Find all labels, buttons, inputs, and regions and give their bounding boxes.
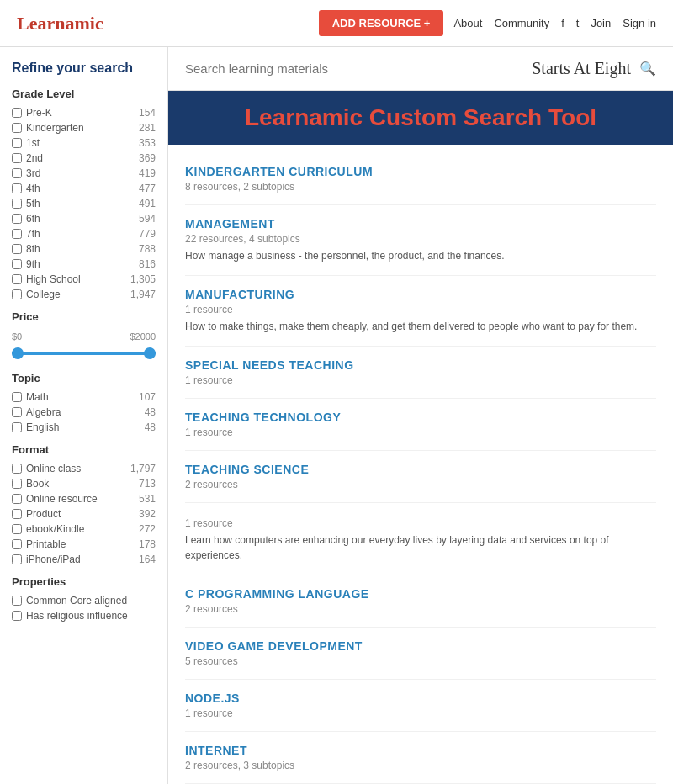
topic-result-meta: 1 resource bbox=[185, 304, 656, 315]
topic-result-title[interactable]: MANUFACTURING bbox=[185, 288, 656, 301]
grade-level-label[interactable]: 6th bbox=[12, 213, 40, 225]
add-resource-button[interactable]: ADD RESOURCE + bbox=[319, 10, 444, 36]
property-label[interactable]: Has religious influence bbox=[12, 610, 128, 622]
topic-result-item: INTERNET2 resources, 3 subtopics bbox=[185, 732, 656, 784]
main-content: Starts At Eight 🔍 Learnamic Custom Searc… bbox=[168, 47, 673, 784]
format-label[interactable]: Printable bbox=[12, 538, 66, 550]
format-checkbox[interactable] bbox=[12, 494, 22, 504]
format-label[interactable]: Online resource bbox=[12, 493, 98, 505]
slider-handle-right[interactable] bbox=[144, 347, 156, 359]
grade-level-item: 9th 816 bbox=[12, 258, 156, 270]
grade-level-checkbox[interactable] bbox=[12, 214, 22, 224]
grade-level-count: 1,947 bbox=[130, 289, 156, 300]
grade-level-checkbox[interactable] bbox=[12, 229, 22, 239]
grade-level-checkbox[interactable] bbox=[12, 138, 22, 148]
property-label[interactable]: Common Core aligned bbox=[12, 595, 127, 607]
topic-result-title[interactable]: MANAGEMENT bbox=[185, 217, 656, 230]
grade-level-label[interactable]: 4th bbox=[12, 183, 40, 194]
topic-checkbox[interactable] bbox=[12, 392, 22, 402]
search-brand: Starts At Eight bbox=[532, 59, 631, 78]
topic-result-title[interactable]: VIDEO GAME DEVELOPMENT bbox=[185, 639, 656, 653]
topic-result-item: VIDEO GAME DEVELOPMENT5 resources bbox=[185, 628, 656, 680]
grade-level-checkbox[interactable] bbox=[12, 244, 22, 254]
topic-checkbox[interactable] bbox=[12, 422, 22, 432]
join-link[interactable]: Join bbox=[591, 17, 611, 29]
topic-result-title[interactable]: C PROGRAMMING LANGUAGE bbox=[185, 587, 656, 601]
topic-result-meta: 2 resources bbox=[185, 603, 656, 615]
format-label[interactable]: iPhone/iPad bbox=[12, 554, 81, 565]
facebook-link[interactable]: f bbox=[561, 17, 564, 29]
property-checkbox[interactable] bbox=[12, 596, 22, 606]
search-input[interactable] bbox=[185, 61, 532, 76]
grade-level-label[interactable]: Kindergarten bbox=[12, 122, 84, 134]
topic-result-title[interactable]: TEACHING SCIENCE bbox=[185, 463, 656, 476]
grade-level-label[interactable]: Pre-K bbox=[12, 107, 52, 119]
about-link[interactable]: About bbox=[453, 17, 482, 29]
grade-level-checkbox[interactable] bbox=[12, 123, 22, 133]
layout: Refine your search Grade Level Pre-K 154… bbox=[0, 47, 673, 784]
topic-result-title[interactable]: KINDERGARTEN CURRICULUM bbox=[185, 165, 656, 178]
grade-level-checkbox[interactable] bbox=[12, 274, 22, 284]
format-label[interactable]: Book bbox=[12, 478, 49, 490]
format-checkbox[interactable] bbox=[12, 479, 22, 489]
property-checkbox[interactable] bbox=[12, 611, 22, 621]
format-label[interactable]: Online class bbox=[12, 463, 81, 474]
topic-label[interactable]: English bbox=[12, 421, 59, 433]
format-label[interactable]: Product bbox=[12, 508, 61, 520]
community-link[interactable]: Community bbox=[494, 17, 549, 29]
signin-link[interactable]: Sign in bbox=[623, 17, 656, 29]
grade-level-label[interactable]: 8th bbox=[12, 243, 40, 255]
grade-level-checkbox[interactable] bbox=[12, 259, 22, 269]
topic-item: Algebra 48 bbox=[12, 406, 156, 418]
topic-result-item: 1 resourceLearn how computers are enhanc… bbox=[185, 503, 656, 575]
grade-level-label[interactable]: 9th bbox=[12, 258, 40, 270]
slider-handle-left[interactable] bbox=[12, 347, 24, 359]
grade-level-checkbox[interactable] bbox=[12, 289, 22, 299]
search-icon[interactable]: 🔍 bbox=[639, 61, 656, 77]
topic-count: 48 bbox=[145, 406, 156, 418]
grade-level-label[interactable]: 1st bbox=[12, 137, 40, 149]
topic-result-title[interactable]: TEACHING TECHNOLOGY bbox=[185, 411, 656, 424]
grade-level-checkbox[interactable] bbox=[12, 168, 22, 178]
format-checkbox[interactable] bbox=[12, 509, 22, 519]
topic-checkbox[interactable] bbox=[12, 407, 22, 417]
format-name: iPhone/iPad bbox=[26, 554, 81, 565]
topic-label[interactable]: Math bbox=[12, 391, 49, 403]
price-slider[interactable] bbox=[12, 345, 156, 362]
grade-level-label[interactable]: College bbox=[12, 289, 61, 300]
format-label[interactable]: ebook/Kindle bbox=[12, 523, 84, 535]
format-name: Product bbox=[26, 508, 61, 520]
grade-level-item: 6th 594 bbox=[12, 213, 156, 225]
twitter-link[interactable]: t bbox=[576, 17, 580, 29]
topic-list: Math 107 Algebra 48 English 48 bbox=[12, 391, 156, 433]
grade-level-name: 7th bbox=[26, 228, 40, 240]
grade-level-label[interactable]: 2nd bbox=[12, 152, 43, 164]
topic-result-item: MANUFACTURING1 resourceHow to make thing… bbox=[185, 276, 656, 347]
grade-level-item: 1st 353 bbox=[12, 137, 156, 149]
topic-result-title[interactable]: INTERNET bbox=[185, 744, 656, 757]
grade-level-label[interactable]: 3rd bbox=[12, 167, 40, 179]
topic-result-title[interactable]: SPECIAL NEEDS TEACHING bbox=[185, 358, 656, 372]
topic-result-item: MANAGEMENT22 resources, 4 subtopicsHow m… bbox=[185, 205, 656, 276]
grade-level-checkbox[interactable] bbox=[12, 199, 22, 209]
grade-level-item: 5th 491 bbox=[12, 198, 156, 209]
grade-level-checkbox[interactable] bbox=[12, 153, 22, 163]
format-checkbox[interactable] bbox=[12, 554, 22, 564]
grade-level-checkbox[interactable] bbox=[12, 108, 22, 118]
grade-level-label[interactable]: High School bbox=[12, 273, 81, 285]
header-nav: About Community f t Join Sign in bbox=[453, 17, 656, 29]
format-checkbox[interactable] bbox=[12, 524, 22, 534]
format-count: 272 bbox=[139, 523, 156, 535]
topic-label[interactable]: Algebra bbox=[12, 406, 61, 418]
grade-level-name: 5th bbox=[26, 198, 40, 209]
logo: Learnamic bbox=[17, 13, 103, 34]
grade-level-checkbox[interactable] bbox=[12, 183, 22, 193]
grade-level-label[interactable]: 7th bbox=[12, 228, 40, 240]
format-checkbox[interactable] bbox=[12, 539, 22, 549]
topic-result-title[interactable]: NODE.JS bbox=[185, 691, 656, 705]
grade-level-label[interactable]: 5th bbox=[12, 198, 40, 209]
properties-title: Properties bbox=[12, 575, 156, 588]
format-checkbox[interactable] bbox=[12, 464, 22, 474]
topic-result-meta: 1 resource bbox=[185, 707, 656, 719]
grade-level-name: 4th bbox=[26, 183, 40, 194]
